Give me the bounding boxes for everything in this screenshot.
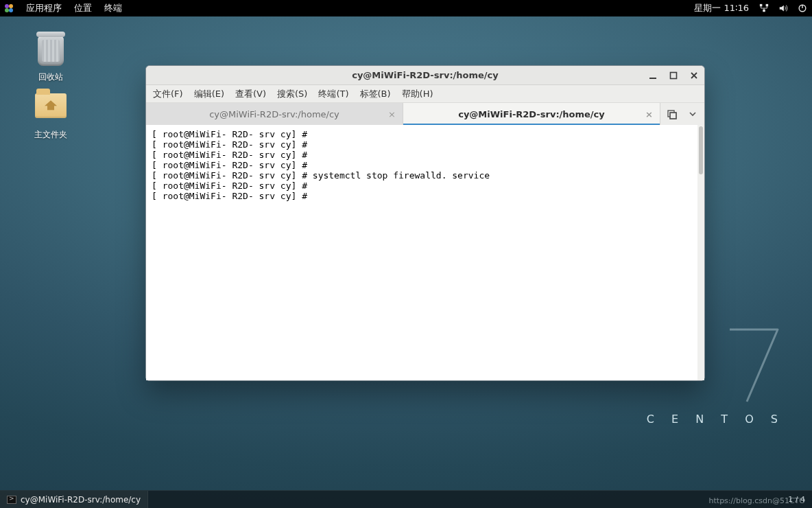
applications-menu[interactable]: 应用程序: [25, 2, 63, 14]
close-button[interactable]: [688, 69, 700, 82]
terminal-tabbar: cy@MiWiFi-R2D-srv:/home/cy × cy@MiWiFi-R…: [146, 103, 704, 125]
menu-help[interactable]: 帮助(H): [402, 88, 433, 100]
menu-view[interactable]: 查看(V): [235, 88, 266, 100]
terminal-content: [ root@MiWiFi- R2D- srv cy] # [ root@MiW…: [146, 125, 697, 380]
taskbar-pager[interactable]: 1 / 4: [781, 495, 812, 504]
home-desktop-icon[interactable]: 主文件夹: [23, 89, 78, 141]
network-icon[interactable]: [759, 3, 769, 14]
terminal-menubar: 文件(F) 编辑(E) 查看(V) 搜索(S) 终端(T) 标签(B) 帮助(H…: [146, 85, 704, 103]
places-menu[interactable]: 位置: [73, 2, 93, 14]
menu-search[interactable]: 搜索(S): [277, 88, 307, 100]
taskbar-terminal-button[interactable]: cy@MiWiFi-R2D-srv:/home/cy: [0, 491, 148, 508]
terminal-tab-1[interactable]: cy@MiWiFi-R2D-srv:/home/cy ×: [146, 103, 403, 125]
panel-left: 应用程序 位置 终端: [4, 2, 123, 14]
terminal-tab-2[interactable]: cy@MiWiFi-R2D-srv:/home/cy ×: [403, 103, 660, 125]
svg-rect-4: [649, 78, 656, 79]
centos-seven-icon: [723, 323, 785, 405]
maximize-button[interactable]: [667, 69, 680, 82]
bottom-taskbar: cy@MiWiFi-R2D-srv:/home/cy 1 / 4: [0, 490, 812, 508]
folder-icon: [34, 93, 67, 126]
tab1-close-icon[interactable]: ×: [388, 109, 396, 119]
window-controls: [647, 66, 700, 84]
tab-tools: [660, 103, 704, 125]
tab2-close-icon[interactable]: ×: [645, 109, 653, 119]
menu-file[interactable]: 文件(F): [153, 88, 183, 100]
panel-right: 星期一 11∶16: [693, 2, 808, 14]
menu-edit[interactable]: 编辑(E): [194, 88, 224, 100]
new-tab-button[interactable]: [665, 106, 680, 122]
menu-terminal[interactable]: 终端(T): [318, 88, 348, 100]
svg-rect-5: [671, 72, 677, 78]
clock[interactable]: 星期一 11∶16: [693, 2, 750, 14]
terminal-body[interactable]: [ root@MiWiFi- R2D- srv cy] # [ root@MiW…: [146, 125, 704, 380]
svg-rect-1: [766, 4, 769, 7]
pager-text: 1 / 4: [788, 495, 805, 504]
terminal-scrollbar[interactable]: [697, 125, 704, 380]
scrollbar-thumb[interactable]: [699, 126, 703, 174]
window-titlebar[interactable]: cy@MiWiFi-R2D-srv:/home/cy: [146, 66, 704, 85]
terminal-menu[interactable]: 终端: [103, 2, 123, 14]
tab1-label: cy@MiWiFi-R2D-srv:/home/cy: [209, 109, 339, 119]
centos-brand-text: C E N T O S: [647, 413, 785, 426]
svg-rect-7: [670, 113, 676, 119]
terminal-window: cy@MiWiFi-R2D-srv:/home/cy 文件(F) 编辑(E) 查…: [145, 65, 705, 381]
taskbar-terminal-icon: [7, 496, 16, 504]
top-panel: 应用程序 位置 终端 星期一 11∶16: [0, 0, 812, 16]
trash-icon: [34, 36, 67, 69]
window-title: cy@MiWiFi-R2D-srv:/home/cy: [352, 70, 499, 80]
menu-tabs[interactable]: 标签(B): [360, 88, 391, 100]
minimize-button[interactable]: [647, 69, 659, 82]
volume-icon[interactable]: [778, 3, 789, 14]
tab2-label: cy@MiWiFi-R2D-srv:/home/cy: [458, 109, 605, 119]
home-label: 主文件夹: [23, 129, 78, 141]
svg-rect-2: [763, 10, 765, 12]
taskbar-terminal-label: cy@MiWiFi-R2D-srv:/home/cy: [21, 495, 141, 505]
distro-logo-icon: [4, 3, 14, 13]
svg-rect-0: [760, 4, 763, 7]
trash-label: 回收站: [23, 71, 78, 83]
trash-desktop-icon[interactable]: 回收站: [23, 36, 78, 83]
power-icon[interactable]: [797, 3, 808, 14]
tab-menu-dropdown[interactable]: [685, 106, 700, 122]
